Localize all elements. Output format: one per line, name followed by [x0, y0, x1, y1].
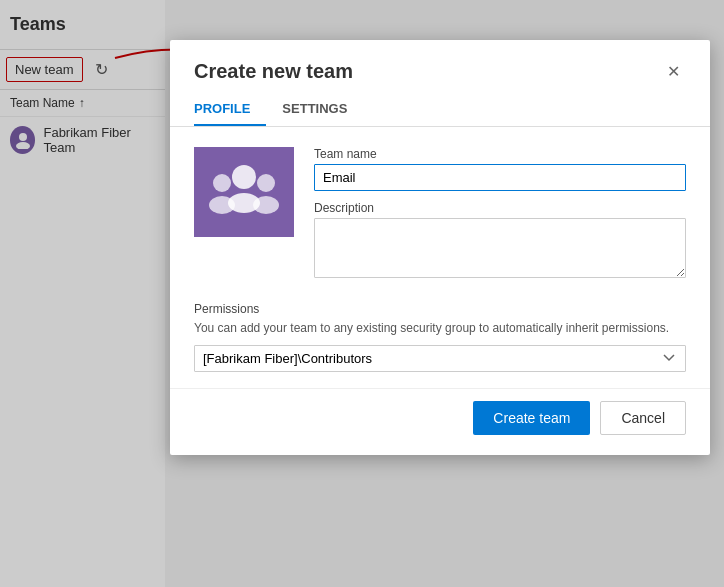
modal-tabs: PROFILE SETTINGS: [170, 93, 710, 127]
svg-point-6: [257, 174, 275, 192]
permissions-description: You can add your team to any existing se…: [194, 320, 686, 337]
modal-header: Create new team ✕: [170, 40, 710, 93]
create-team-button[interactable]: Create team: [473, 401, 590, 435]
svg-point-4: [213, 174, 231, 192]
svg-point-7: [253, 196, 279, 214]
permissions-label: Permissions: [194, 302, 686, 316]
description-label: Description: [314, 201, 686, 215]
team-name-input[interactable]: [314, 164, 686, 191]
permissions-section: Permissions You can add your team to any…: [170, 302, 710, 388]
tab-settings[interactable]: SETTINGS: [282, 93, 363, 126]
team-avatar-icon: [204, 157, 284, 227]
team-avatar-large: [194, 147, 294, 237]
modal-body: Team name Description: [170, 127, 710, 302]
svg-point-2: [232, 165, 256, 189]
close-button[interactable]: ✕: [661, 60, 686, 83]
modal-title: Create new team: [194, 60, 353, 83]
team-name-field-group: Team name: [314, 147, 686, 191]
form-fields: Team name Description: [314, 147, 686, 282]
description-textarea[interactable]: [314, 218, 686, 278]
description-field-group: Description: [314, 201, 686, 282]
team-name-label: Team name: [314, 147, 686, 161]
create-team-modal: Create new team ✕ PROFILE SETTINGS: [170, 40, 710, 455]
svg-point-5: [209, 196, 235, 214]
modal-footer: Create team Cancel: [170, 388, 710, 455]
tab-profile[interactable]: PROFILE: [194, 93, 266, 126]
permissions-select[interactable]: [Fabrikam Fiber]\Contributors: [194, 345, 686, 372]
cancel-button[interactable]: Cancel: [600, 401, 686, 435]
